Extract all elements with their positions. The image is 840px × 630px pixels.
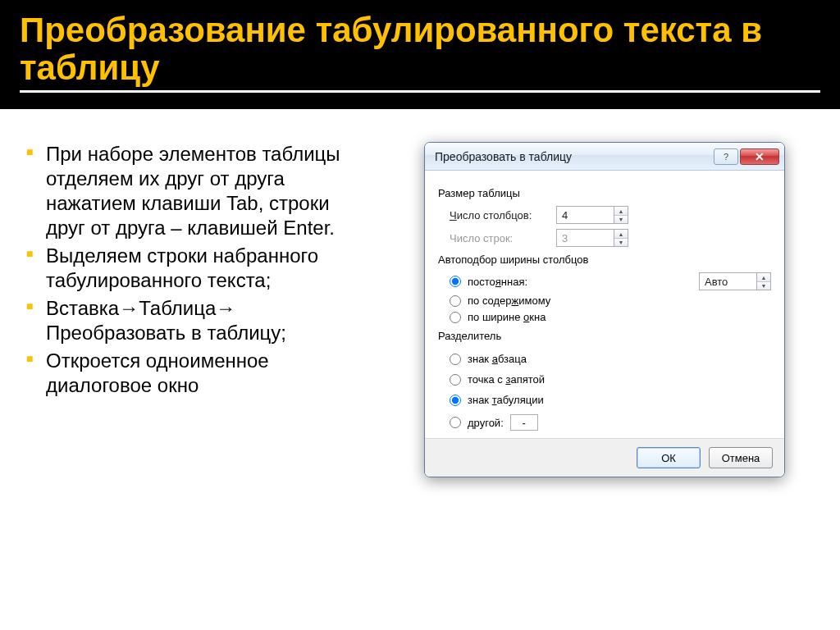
sep-other-input[interactable] <box>510 414 538 431</box>
separator-options: знак абзаца точка с запятой знак табуляц… <box>438 349 771 435</box>
autofit-window-label: по ширине окна <box>468 311 546 323</box>
group-separator: Разделитель <box>438 330 771 342</box>
dialog-footer: ОК Отмена <box>425 438 784 477</box>
autofit-fixed-row: постоянная: ▲ ▼ <box>450 272 771 290</box>
sep-paragraph-radio[interactable] <box>450 354 461 365</box>
help-button[interactable]: ? <box>714 148 738 165</box>
list-item: При наборе элементов таблицы отделяем их… <box>25 142 369 240</box>
autofit-window-radio[interactable] <box>450 312 461 323</box>
sep-other-label: другой: <box>468 417 504 429</box>
sep-tab-radio[interactable] <box>450 395 461 406</box>
group-table-size: Размер таблицы <box>438 187 771 199</box>
rows-label: Число строк: <box>450 232 548 244</box>
sep-tab-label: знак табуляции <box>468 394 544 406</box>
spinner-arrows[interactable]: ▲ ▼ <box>756 272 771 290</box>
list-item: Откроется одноименное диалоговое окно <box>25 349 369 398</box>
spinner-up-icon[interactable]: ▲ <box>757 273 770 282</box>
list-item: Вставка→Таблица→ Преобразовать в таблицу… <box>25 296 369 345</box>
sep-other-row: другой: <box>450 414 616 431</box>
slide-body: При наборе элементов таблицы отделяем их… <box>0 109 840 502</box>
autofit-fixed-radio[interactable] <box>450 276 461 287</box>
rows-row: Число строк: ▲ ▼ <box>450 229 771 247</box>
autofit-value-input[interactable] <box>699 272 756 290</box>
rows-spinner: ▲ ▼ <box>556 229 628 247</box>
autofit-content-label: по содержимому <box>468 294 550 307</box>
autofit-content-radio[interactable] <box>450 295 461 307</box>
left-column: При наборе элементов таблицы отделяем их… <box>25 142 369 477</box>
sep-semicolon-label: точка с запятой <box>468 373 545 386</box>
columns-label: Число столбцов: <box>450 209 548 221</box>
slide-header: Преобразование табулированного текста в … <box>0 0 840 109</box>
list-item: Выделяем строки набранного табулированно… <box>25 244 369 293</box>
dialog-titlebar[interactable]: Преобразовать в таблицу ? ✕ <box>425 143 784 171</box>
columns-input[interactable] <box>556 206 614 224</box>
sep-paragraph-row: знак абзаца <box>450 353 616 365</box>
sep-tab-row: знак табуляции <box>450 394 616 406</box>
spinner-down-icon[interactable]: ▼ <box>614 216 628 224</box>
cancel-button[interactable]: Отмена <box>709 447 773 468</box>
rows-input <box>556 229 614 247</box>
dialog-title: Преобразовать в таблицу <box>435 150 572 163</box>
close-button[interactable]: ✕ <box>740 148 779 165</box>
spinner-arrows[interactable]: ▲ ▼ <box>614 206 628 224</box>
slide-title: Преобразование табулированного текста в … <box>20 11 820 87</box>
spinner-down-icon[interactable]: ▼ <box>757 282 770 290</box>
columns-spinner[interactable]: ▲ ▼ <box>556 206 628 224</box>
autofit-window-row: по ширине окна <box>450 311 771 323</box>
ok-button[interactable]: ОК <box>637 447 701 468</box>
autofit-content-row: по содержимому <box>450 294 771 307</box>
sep-paragraph-label: знак абзаца <box>468 353 527 365</box>
title-underline <box>20 90 820 93</box>
group-autofit: Автоподбор ширины столбцов <box>438 253 771 266</box>
sep-other-radio[interactable] <box>450 417 461 428</box>
right-column: Преобразовать в таблицу ? ✕ Размер табли… <box>394 142 815 477</box>
bullet-list: При наборе элементов таблицы отделяем их… <box>25 142 369 398</box>
window-controls: ? ✕ <box>714 148 779 165</box>
sep-semicolon-radio[interactable] <box>450 374 461 386</box>
spinner-up-icon[interactable]: ▲ <box>614 207 628 216</box>
spinner-down-icon: ▼ <box>614 239 628 247</box>
columns-row: Число столбцов: ▲ ▼ <box>450 206 771 224</box>
convert-to-table-dialog: Преобразовать в таблицу ? ✕ Размер табли… <box>424 142 785 477</box>
dialog-body: Размер таблицы Число столбцов: ▲ ▼ Число… <box>425 171 784 438</box>
autofit-fixed-label: постоянная: <box>468 276 527 288</box>
autofit-value-spinner[interactable]: ▲ ▼ <box>699 272 771 290</box>
spinner-up-icon: ▲ <box>614 230 628 239</box>
sep-semicolon-row: точка с запятой <box>450 373 616 386</box>
spinner-arrows: ▲ ▼ <box>614 229 628 247</box>
